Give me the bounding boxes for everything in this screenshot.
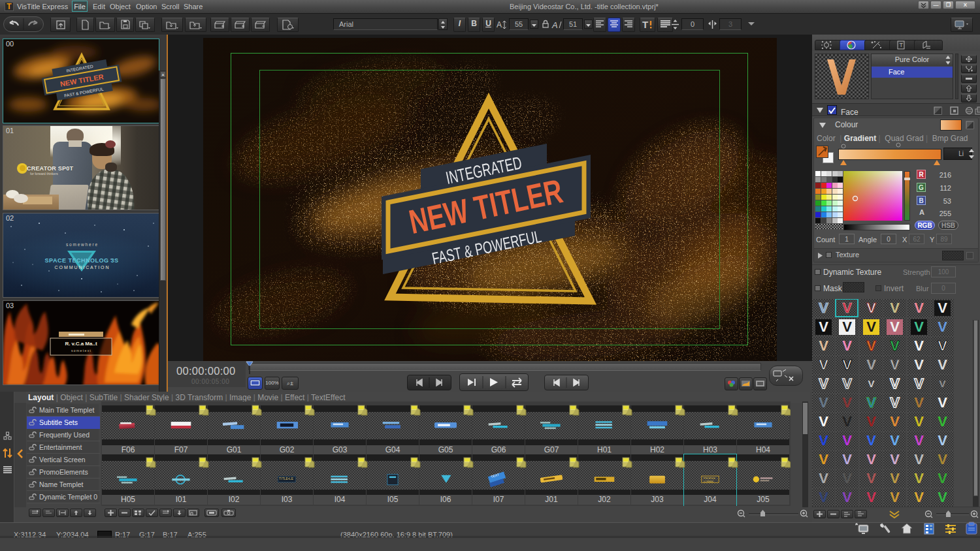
svg-text:R. v.C.a Ma..t: R. v.C.a Ma..t (65, 341, 97, 347)
svg-text:C O M M U N I C A T I O N: C O M M U N I C A T I O N (55, 265, 109, 270)
svg-text:T: T (642, 20, 648, 29)
svg-text:s o m e t e x t: s o m e t e x t (71, 349, 91, 353)
svg-text:T: T (900, 42, 904, 48)
svg-text:SPACE TECHNOLOG 3S: SPACE TECHNOLOG 3S (45, 257, 119, 264)
svg-text:A: A (551, 20, 558, 30)
svg-text:s o m e w h e r e: s o m e w h e r e (66, 242, 97, 247)
svg-text:A: A (497, 20, 502, 29)
